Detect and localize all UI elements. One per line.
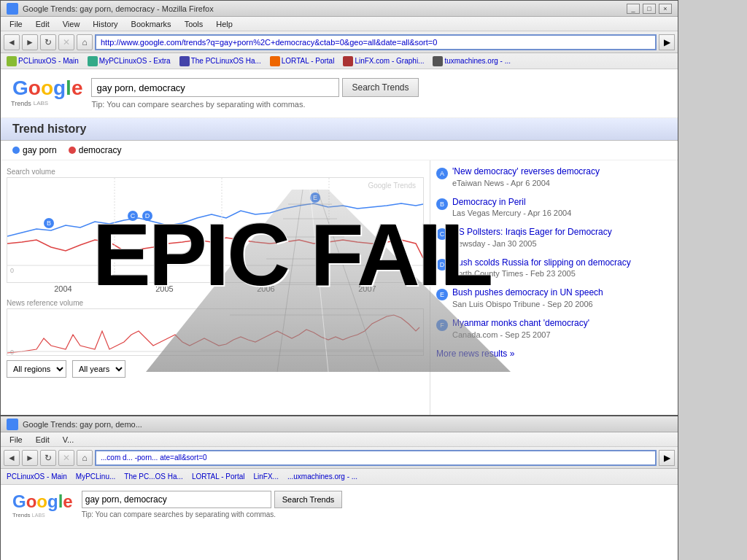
bk2-1[interactable]: MyPCLinu... [73, 472, 118, 481]
go-button-2[interactable]: ▶ [659, 450, 675, 466]
bk2-2[interactable]: The PC...OS Ha... [121, 472, 186, 481]
news-title-d[interactable]: Bush scolds Russia for slipping on democ… [452, 257, 631, 268]
reload-button[interactable]: ↻ [40, 34, 56, 50]
home-button[interactable]: ⌂ [77, 34, 93, 50]
back-button-2[interactable]: ◄ [4, 450, 20, 466]
search-chart-container: Google Trends B C D E [7, 177, 424, 283]
page-header-2: G o o g l e Trends LABS Search Trends Ti… [1, 485, 678, 524]
news-chart-container: 0 [7, 308, 424, 356]
chart-area: Search volume Google Trends B C D E [1, 160, 430, 415]
menu-view[interactable]: View [57, 18, 86, 30]
news-content-e: Bush pushes democracy in UN speech San L… [452, 287, 603, 309]
bookmark-icon-1 [88, 56, 98, 66]
stop-button[interactable]: ✕ [58, 34, 74, 50]
menu-bar-2: File Edit V... [1, 432, 678, 447]
bookmarks-bar: PCLinuxOS - Main MyPCLinuxOS - Extra The… [1, 53, 678, 69]
watermark: Google Trends [368, 182, 416, 190]
logo-o1: o [28, 77, 41, 100]
address-bar-2[interactable] [95, 450, 657, 466]
news-content-a: 'New democracy' reverses democracy eTaiw… [452, 166, 600, 188]
search-button[interactable]: Search Trends [342, 78, 418, 97]
bookmark-4[interactable]: LinFX.com - Graphi... [340, 55, 427, 67]
menu-history[interactable]: History [87, 18, 123, 30]
reload-button-2[interactable]: ↻ [40, 450, 56, 466]
menu-file-2[interactable]: File [4, 434, 28, 446]
search-input-2[interactable] [82, 491, 271, 508]
news-badge-b: B [436, 198, 448, 210]
bookmark-5[interactable]: tuxmachines.org - ... [430, 55, 514, 67]
bookmark-icon-4 [343, 56, 353, 66]
legend-democracy: democracy [69, 145, 122, 155]
menu-help[interactable]: Help [210, 18, 239, 30]
bookmark-3[interactable]: LORTAL - Portal [267, 55, 338, 67]
go-button[interactable]: ▶ [659, 34, 675, 50]
logo-e: e [71, 77, 83, 100]
news-source-f: Canada.com - Sep 25 2007 [452, 330, 551, 339]
news-badge-e: E [436, 289, 448, 300]
news-panel: A 'New democracy' reverses democracy eTa… [430, 160, 678, 415]
menu-edit-2[interactable]: Edit [30, 434, 55, 446]
menu-file[interactable]: File [4, 18, 28, 30]
news-title-f[interactable]: Myanmar monks chant 'democracy' [452, 318, 589, 328]
region-select[interactable]: All regions [7, 360, 66, 378]
maximize-button[interactable]: □ [643, 4, 656, 14]
bk2-0[interactable]: PCLinuxOS - Main [4, 472, 70, 481]
news-title-c[interactable]: US Pollsters: Iraqis Eager for Democracy [452, 227, 612, 237]
trend-history-header: Trend history [1, 118, 678, 141]
more-news-link[interactable]: More news results » [436, 349, 514, 359]
news-badge-f: F [436, 319, 448, 331]
bk2-4[interactable]: LinFX... [251, 472, 282, 481]
menu-bookmarks[interactable]: Bookmarks [125, 18, 177, 30]
title-bar: Google Trends: gay porn, democracy - Moz… [1, 1, 678, 17]
news-title-a[interactable]: 'New democracy' reverses democracy [452, 166, 600, 176]
address-bar[interactable] [95, 34, 657, 50]
news-item-e: E Bush pushes democracy in UN speech San… [436, 287, 672, 309]
search-tip-2: Tip: You can compare searches by separat… [82, 510, 343, 518]
bookmark-0[interactable]: PCLinuxOS - Main [4, 55, 82, 67]
bk2-3[interactable]: LORTAL - Portal [189, 472, 248, 481]
main-content-area: Search volume Google Trends B C D E [1, 160, 678, 415]
close-button[interactable]: × [659, 4, 672, 14]
news-content-b: Democracy in Peril Las Vegas Mercury - A… [452, 197, 571, 219]
legend-label-democracy: democracy [79, 145, 122, 155]
menu-tools[interactable]: Tools [179, 18, 209, 30]
bookmark-icon-3 [270, 56, 280, 66]
logo2-g2: g [47, 491, 58, 512]
news-title-e[interactable]: Bush pushes democracy in UN speech [452, 287, 603, 298]
menu-view-2[interactable]: V... [57, 434, 80, 446]
bookmark-1[interactable]: MyPCLinuxOS - Extra [85, 55, 174, 67]
marker-e: E [310, 192, 320, 203]
title-bar-2: Google Trends: gay porn, demo... [1, 416, 678, 432]
search-input[interactable] [91, 78, 339, 97]
logo-g: G [12, 77, 28, 100]
back-button[interactable]: ◄ [4, 34, 20, 50]
search-button-2[interactable]: Search Trends [274, 491, 343, 508]
legend-gay-porn: gay porn [12, 145, 57, 155]
controls-bar: All regions All years [1, 356, 430, 382]
logo2-o2: o [36, 491, 47, 512]
menu-edit[interactable]: Edit [30, 18, 55, 30]
logo2-trends: Trends LABS [12, 512, 73, 518]
legend: gay porn democracy [1, 141, 678, 160]
year-2004: 2004 [54, 284, 71, 293]
minimize-button[interactable]: _ [627, 4, 640, 14]
search-tip: Tip: You can compare searches by separat… [91, 100, 418, 109]
forward-button-2[interactable]: ► [22, 450, 38, 466]
legend-dot-gayporn [12, 147, 20, 154]
logo-labs-label: LABS [34, 100, 48, 110]
bk2-5[interactable]: ...uxmachines.org - ... [285, 472, 360, 481]
logo2-labs: LABS [32, 513, 45, 518]
home-button-2[interactable]: ⌂ [77, 450, 93, 466]
bookmark-2[interactable]: The PCLinuxOS Ha... [177, 55, 264, 67]
legend-dot-democracy [69, 147, 76, 154]
news-content-d: Bush scolds Russia for slipping on democ… [452, 257, 631, 279]
news-content-c: US Pollsters: Iraqis Eager for Democracy… [452, 227, 612, 249]
forward-button[interactable]: ► [22, 34, 38, 50]
logo2-e: e [63, 491, 72, 512]
years-select[interactable]: All years [72, 360, 125, 378]
svg-text:0: 0 [10, 349, 14, 356]
trend-history-title: Trend history [12, 122, 86, 135]
stop-button-2[interactable]: ✕ [58, 450, 74, 466]
news-title-b[interactable]: Democracy in Peril [452, 197, 526, 207]
news-source-b: Las Vegas Mercury - Apr 16 2004 [452, 209, 571, 217]
